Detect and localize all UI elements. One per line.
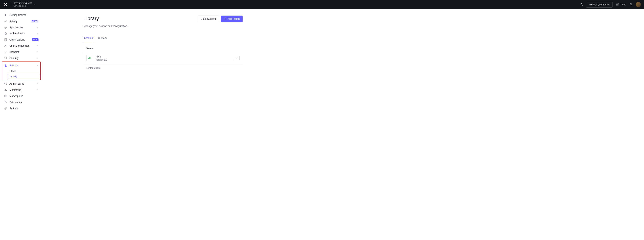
- grid-add-icon: [4, 94, 7, 98]
- tabs: Installed Custom: [84, 35, 242, 42]
- sidebar-item-branding[interactable]: Branding: [2, 49, 40, 55]
- page-subtitle: Manage your actions and configuration.: [84, 25, 128, 28]
- svg-rect-9: [6, 95, 7, 96]
- svg-rect-2: [5, 33, 6, 35]
- notifications-icon[interactable]: [628, 2, 634, 8]
- flow-icon: [4, 64, 7, 67]
- sidebar-item-marketplace[interactable]: Marketplace: [2, 93, 40, 99]
- svg-rect-7: [6, 84, 7, 85]
- user-avatar[interactable]: [636, 2, 641, 7]
- tenant-name: dev-training-test: [14, 2, 32, 5]
- tenant-environment: Development: [14, 5, 32, 8]
- sidebar-item-extensions[interactable]: Extensions: [2, 99, 40, 105]
- chart-icon: [4, 20, 7, 23]
- svg-rect-10: [4, 96, 6, 97]
- new-badge: NEW: [32, 38, 38, 41]
- book-icon: [616, 3, 619, 6]
- puzzle-icon: [4, 101, 7, 104]
- sidebar-item-applications[interactable]: Applications: [2, 24, 40, 30]
- tab-installed[interactable]: Installed: [84, 35, 93, 42]
- pipeline-icon: [4, 82, 7, 85]
- sidebar-item-settings[interactable]: Settings: [2, 105, 40, 111]
- sidebar-subitem-library[interactable]: Library: [8, 74, 40, 79]
- docs-label: Docs: [620, 3, 626, 6]
- actions-table: Name Plivo Version 1.0 ··· 1 integration…: [84, 44, 242, 72]
- building-icon: [4, 38, 7, 41]
- plus-icon: [224, 18, 226, 20]
- chevron-down-icon: [34, 4, 36, 6]
- sidebar-item-user-management[interactable]: User Management: [2, 43, 40, 49]
- highlight-annotation: Actions Flows Library: [2, 62, 41, 80]
- layers-icon: [4, 26, 7, 29]
- table-footer: 1 integrations: [84, 64, 242, 72]
- sidebar: Getting Started Activity FIRST Applicati…: [0, 9, 42, 240]
- sidebar-item-auth-pipeline[interactable]: Auth Pipeline: [2, 81, 40, 87]
- row-actions-menu[interactable]: ···: [234, 56, 240, 60]
- sidebar-item-security[interactable]: Security: [2, 55, 40, 61]
- shield-check-icon: [4, 56, 7, 60]
- svg-rect-3: [5, 39, 7, 41]
- integration-version: Version 1.0: [96, 58, 107, 61]
- sidebar-item-activity[interactable]: Activity FIRST: [2, 18, 40, 24]
- svg-point-12: [6, 102, 6, 103]
- bolt-icon: [4, 13, 7, 17]
- chevron-right-icon: [36, 26, 38, 28]
- chevron-right-icon: [36, 89, 38, 91]
- integration-logo: [86, 55, 93, 61]
- docs-link[interactable]: Docs: [614, 2, 628, 8]
- sidebar-item-monitoring[interactable]: Monitoring: [2, 87, 40, 93]
- tab-custom[interactable]: Custom: [98, 35, 107, 42]
- svg-point-13: [5, 108, 6, 109]
- svg-point-5: [6, 45, 6, 45]
- svg-rect-8: [4, 95, 6, 96]
- gear-icon: [4, 107, 7, 110]
- svg-point-1: [581, 4, 582, 5]
- sidebar-item-authentication[interactable]: Authentication: [2, 30, 40, 37]
- build-custom-button[interactable]: Build Custom: [198, 16, 219, 22]
- brand-logo[interactable]: [3, 2, 8, 7]
- svg-rect-6: [4, 83, 5, 84]
- tenant-selector[interactable]: dev-training-test Development: [14, 2, 36, 8]
- divider: [10, 2, 10, 7]
- sidebar-item-organizations[interactable]: Organizations NEW: [2, 37, 40, 43]
- sidebar-subitem-flows[interactable]: Flows: [8, 68, 40, 74]
- ellipsis-icon: ···: [235, 57, 238, 60]
- top-bar: dev-training-test Development Discuss yo…: [0, 0, 644, 9]
- chevron-right-icon: [36, 83, 38, 85]
- sidebar-item-getting-started[interactable]: Getting Started: [2, 12, 40, 18]
- page-title: Library: [84, 16, 128, 21]
- table-row[interactable]: Plivo Version 1.0 ···: [84, 52, 242, 64]
- chevron-right-icon: [36, 45, 38, 47]
- bars-icon: [4, 88, 7, 92]
- svg-point-0: [5, 4, 6, 5]
- column-header-name: Name: [86, 47, 93, 50]
- chevron-right-icon: [36, 51, 38, 53]
- users-icon: [4, 44, 7, 47]
- main-content: Library Manage your actions and configur…: [42, 9, 644, 240]
- first-badge: FIRST: [31, 20, 38, 23]
- chevron-down-icon: [36, 64, 38, 66]
- sidebar-item-actions[interactable]: Actions: [2, 62, 40, 68]
- chevron-right-icon: [36, 32, 38, 35]
- add-action-button[interactable]: Add Action: [221, 16, 242, 22]
- integration-name: Plivo: [96, 55, 107, 58]
- brush-icon: [4, 50, 7, 54]
- lock-icon: [4, 32, 7, 35]
- svg-point-4: [5, 45, 6, 46]
- discuss-needs-button[interactable]: Discuss your needs: [586, 2, 612, 8]
- search-icon[interactable]: [579, 2, 584, 8]
- chevron-right-icon: [36, 57, 38, 59]
